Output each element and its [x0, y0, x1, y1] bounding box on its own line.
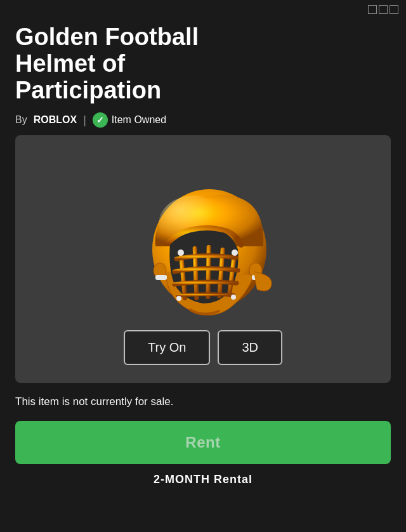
owned-badge: Item Owned: [93, 112, 166, 128]
try-on-button[interactable]: Try On: [124, 330, 210, 365]
svg-point-12: [232, 249, 238, 256]
owned-text: Item Owned: [112, 114, 166, 126]
not-for-sale-text: This item is not currently for sale.: [15, 396, 391, 408]
minimize-icon[interactable]: [368, 5, 377, 14]
svg-rect-8: [155, 275, 167, 280]
header-section: Golden Football Helmet of Participation …: [0, 19, 406, 135]
svg-point-14: [231, 295, 236, 300]
item-title: Golden Football Helmet of Participation: [15, 24, 391, 103]
sale-info: This item is not currently for sale.: [0, 383, 406, 416]
svg-point-11: [178, 249, 184, 256]
close-icon[interactable]: [390, 5, 398, 14]
rental-duration-label: 2-MONTH Rental: [15, 473, 391, 486]
maximize-icon[interactable]: [379, 5, 388, 14]
rent-button[interactable]: Rent: [15, 421, 391, 464]
item-meta: By ROBLOX | Item Owned: [15, 112, 391, 128]
action-section: Rent 2-MONTH Rental: [0, 416, 406, 494]
preview-container: Try On 3D: [15, 135, 391, 383]
meta-divider: |: [83, 114, 86, 127]
by-label: By: [15, 114, 27, 126]
preview-buttons: Try On 3D: [124, 330, 282, 365]
top-bar: [0, 0, 406, 19]
svg-point-13: [176, 296, 181, 301]
owned-check-icon: [93, 112, 108, 128]
three-d-button[interactable]: 3D: [218, 330, 282, 365]
helmet-visual: [121, 176, 285, 342]
brand-name: ROBLOX: [34, 114, 77, 126]
svg-rect-4: [206, 245, 211, 299]
